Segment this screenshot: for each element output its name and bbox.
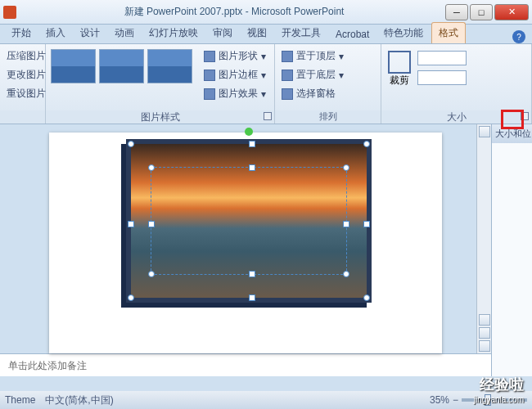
inner-handle[interactable]	[343, 271, 349, 277]
slide[interactable]	[49, 133, 442, 353]
selection-pane-button[interactable]: 选择窗格	[278, 85, 347, 102]
inner-handle[interactable]	[249, 271, 255, 277]
picture-style-thumb[interactable]	[99, 49, 144, 83]
picture-style-thumb[interactable]	[147, 49, 192, 83]
help-icon[interactable]: ?	[512, 30, 525, 43]
resize-handle-se[interactable]	[363, 294, 370, 301]
group-styles-label: 图片样式	[46, 110, 274, 124]
effects-icon	[204, 88, 215, 100]
group-adjust-label	[0, 110, 45, 124]
close-button[interactable]: ✕	[494, 4, 529, 20]
rotate-handle[interactable]	[245, 128, 253, 136]
ribbon-tabs: 开始 插入 设计 动画 幻灯片放映 审阅 视图 开发工具 Acrobat 特色功…	[0, 25, 532, 44]
tab-design[interactable]: 设计	[74, 23, 106, 43]
status-bar: Theme 中文(简体,中国) 35% −	[0, 391, 532, 409]
resize-handle-ne[interactable]	[363, 141, 370, 147]
tab-review[interactable]: 审阅	[206, 23, 239, 43]
status-theme: Theme	[5, 394, 35, 406]
inner-handle[interactable]	[148, 271, 155, 277]
compress-picture-button[interactable]: 压缩图片	[3, 47, 49, 65]
back-icon	[282, 70, 293, 81]
prev-slide-button[interactable]	[479, 327, 490, 339]
workspace: 单击此处添加备注 大小和位	[0, 124, 532, 376]
resize-handle-s[interactable]	[249, 294, 255, 301]
annotation-highlight	[501, 110, 524, 129]
border-icon	[204, 70, 215, 81]
tab-slideshow[interactable]: 幻灯片放映	[142, 23, 205, 43]
resize-handle-w[interactable]	[128, 221, 134, 227]
minimize-button[interactable]: ─	[445, 4, 468, 20]
inserted-image[interactable]	[126, 139, 372, 303]
width-input[interactable]	[417, 70, 467, 85]
resize-handle-n[interactable]	[249, 141, 255, 147]
tab-format[interactable]: 格式	[431, 22, 466, 43]
inner-selection[interactable]	[151, 167, 347, 275]
window-title: 新建 PowerPoint 2007.pptx - Microsoft Powe…	[23, 5, 445, 19]
picture-style-thumb[interactable]	[51, 49, 96, 83]
shape-icon	[204, 51, 215, 62]
front-icon	[282, 51, 293, 62]
slide-canvas[interactable]	[0, 124, 491, 353]
tab-acrobat[interactable]: Acrobat	[329, 25, 376, 43]
maximize-button[interactable]: □	[470, 4, 493, 20]
scroll-down-button[interactable]	[479, 314, 490, 326]
resize-handle-e[interactable]	[363, 221, 370, 227]
inner-handle[interactable]	[343, 221, 349, 227]
picture-shape-button[interactable]: 图片形状 ▾	[201, 47, 269, 65]
bring-front-button[interactable]: 置于顶层 ▾	[278, 47, 347, 65]
zoom-level[interactable]: 35%	[430, 394, 449, 406]
tab-insert[interactable]: 插入	[39, 23, 72, 43]
inner-handle[interactable]	[249, 164, 255, 171]
picture-border-button[interactable]: 图片边框 ▾	[201, 66, 269, 83]
watermark-url: jingyanla.com	[474, 395, 524, 404]
size-position-panel: 大小和位	[491, 124, 532, 376]
notes-pane[interactable]: 单击此处添加备注	[0, 353, 491, 376]
crop-icon	[388, 51, 411, 74]
reset-picture-button[interactable]: 重设图片	[3, 85, 49, 102]
picture-effects-button[interactable]: 图片效果 ▾	[201, 85, 269, 102]
title-bar: 新建 PowerPoint 2007.pptx - Microsoft Powe…	[0, 0, 532, 25]
status-language[interactable]: 中文(简体,中国)	[45, 393, 113, 407]
send-back-button[interactable]: 置于底层 ▾	[278, 66, 347, 83]
zoom-out-button[interactable]: −	[453, 394, 458, 406]
tab-animation[interactable]: 动画	[108, 23, 141, 43]
inner-handle[interactable]	[148, 221, 155, 227]
inner-handle[interactable]	[148, 164, 155, 171]
vertical-scrollbar[interactable]	[476, 124, 491, 353]
tab-view[interactable]: 视图	[241, 23, 273, 43]
tab-developer[interactable]: 开发工具	[275, 23, 327, 43]
tab-home[interactable]: 开始	[5, 23, 38, 43]
group-arrange-label: 排列	[275, 110, 381, 124]
panel-content[interactable]	[492, 143, 532, 146]
resize-handle-sw[interactable]	[128, 294, 134, 301]
ribbon: 压缩图片 更改图片 重设图片 图片形状 ▾ 图片边框 ▾ 图片效果 ▾ 图片样式	[0, 44, 532, 124]
crop-button[interactable]: 裁剪	[385, 47, 414, 91]
next-slide-button[interactable]	[479, 340, 490, 352]
resize-handle-nw[interactable]	[128, 141, 134, 147]
styles-dialog-launcher[interactable]	[264, 112, 272, 120]
change-picture-button[interactable]: 更改图片	[3, 66, 49, 83]
watermark-brand: 经验啦	[480, 375, 524, 394]
pane-icon	[282, 88, 293, 100]
app-logo-icon	[3, 6, 16, 19]
scroll-up-button[interactable]	[479, 126, 490, 137]
inner-handle[interactable]	[343, 164, 349, 171]
height-input[interactable]	[417, 51, 467, 65]
tab-special[interactable]: 特色功能	[377, 23, 430, 43]
